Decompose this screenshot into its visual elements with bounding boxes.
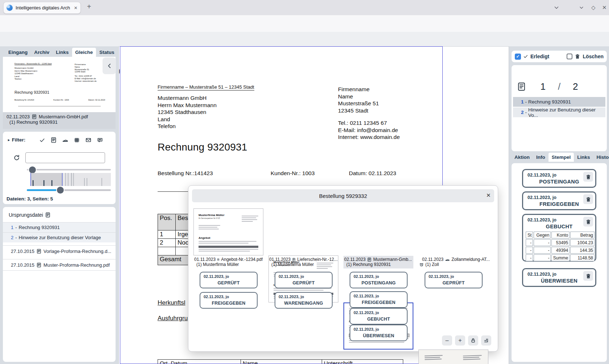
close-tab-icon[interactable]: ✕ <box>74 6 78 10</box>
preview-text-lines <box>199 248 258 253</box>
invoice-customer-no: Kunden-Nr.: 1003 <box>271 170 315 177</box>
stamp-chip[interactable]: 02.11.2023, jo FREIGEGEBEN <box>200 292 258 309</box>
stamp-chip[interactable]: 02.11.2023, jo ÜBERWIESEN <box>350 325 408 341</box>
tab-gleiche[interactable]: Gleiche <box>72 48 96 57</box>
doc-subtitle: (1) Musterfirma Müller <box>271 262 314 267</box>
doc-subtitle: (1) Musterfirma Müller <box>196 262 239 267</box>
window-close-icon[interactable]: ✕ <box>602 5 607 10</box>
filter-mail-icon[interactable] <box>85 137 92 143</box>
tab-stempel[interactable]: Stempel <box>548 153 574 162</box>
filter-grid-icon[interactable] <box>74 137 80 143</box>
stamp-freigegeben[interactable]: 02.11.2023, jo FREIGEGEBEN <box>522 191 596 210</box>
filter-document-icon[interactable] <box>50 137 57 143</box>
tab-historie[interactable]: Historie <box>593 153 609 162</box>
modal-zoom-in-button[interactable]: + <box>455 335 465 346</box>
document-icon <box>217 257 220 262</box>
slider-handle-left[interactable] <box>29 166 36 173</box>
dialog-close-icon[interactable]: ✕ <box>486 192 491 199</box>
filter-expand-arrow[interactable]: ► <box>7 138 11 142</box>
browser-tab[interactable]: Intelligentes digitales Arch ✕ <box>3 2 81 14</box>
stamp-label: POSTEINGANG <box>523 179 595 185</box>
window-minimize-icon[interactable] <box>579 5 584 10</box>
text-line <box>242 217 256 218</box>
range-slider-top[interactable] <box>27 169 111 170</box>
stamp-meta: 02.11.2023, jo <box>354 274 379 279</box>
invoice-export-label: Ausfuhrgru <box>158 315 188 322</box>
stamp-meta: 02.11.2023, jo <box>204 295 229 299</box>
modal-dock-button[interactable] <box>481 335 491 346</box>
tab-links[interactable]: Links <box>53 48 72 57</box>
stamp-label: GEPRÜFT <box>275 280 332 285</box>
stamp-chip[interactable]: 02.11.2023, jo GEBUCHT <box>350 308 408 325</box>
doc-name: Zollanmeldung-AT... <box>451 257 490 262</box>
separator: - <box>15 225 17 230</box>
delete-checkbox[interactable] <box>567 54 572 59</box>
tab-aktion[interactable]: Aktion <box>511 153 533 162</box>
text-line <box>463 357 479 358</box>
filter-refresh-icon[interactable] <box>13 154 20 161</box>
tab-archiv[interactable]: Archiv <box>31 48 53 57</box>
stamp-posteingang[interactable]: 02.11.2023, jo POSTEINGANG <box>522 169 596 188</box>
bestellung-dialog: Bestellung 5929332 ✕ Musterfirma Müller … <box>188 185 498 352</box>
doc-caption[interactable]: 01.11.2023 Angebot-Nr.-1234.pdf (1) Must… <box>193 256 263 268</box>
sig-cell: Name <box>241 360 322 364</box>
file-list-item-selected[interactable]: 02.11.2023 Mustermann-GmbH.pdf (1) Rechn… <box>3 112 116 129</box>
linked-doc-thumbnail[interactable] <box>418 350 488 364</box>
filter-comment-icon[interactable] <box>97 137 103 143</box>
preview-text-lines <box>199 240 256 245</box>
stamp-chip[interactable]: 02.11.2023, jo WARENEINGANG <box>275 292 333 309</box>
pager-current: 1 <box>540 81 545 92</box>
signature-table: Ort, Datum Name Unterschrift <box>158 359 403 364</box>
filter-scanner-icon[interactable] <box>62 137 68 143</box>
invoice-date: Datum: 02.11.2023 <box>349 170 396 177</box>
doc-caption[interactable]: 01.11.2023 Lieferschein-Nr.-12... (1) Mu… <box>268 256 338 268</box>
page-row-selected[interactable]: 1 - Rechnung 9320931 <box>513 97 605 107</box>
filter-check-icon[interactable] <box>39 137 45 143</box>
document-preview-thumbnail[interactable]: Firmenname – Musterstraße 51 – 12345 Sta… <box>3 57 116 112</box>
geb-cell: - <box>534 239 551 246</box>
tab-status[interactable]: Status <box>96 48 117 57</box>
origin-page-row-2[interactable]: 2 - Hinweise zur Benutzung dieser Vorlag… <box>3 232 116 242</box>
tab-eingang[interactable]: Eingang <box>5 48 31 57</box>
stamp-ueberwiesen[interactable]: 02.11.2023, jo ÜBERWIESEN <box>522 268 596 287</box>
slider-handle-right[interactable] <box>57 187 64 194</box>
geb-cell: - <box>526 239 533 246</box>
geb-cell: - <box>534 254 551 261</box>
done-checkbox[interactable]: ✓ <box>515 54 521 60</box>
geb-cell: 144.35 <box>570 247 595 254</box>
page-row[interactable]: 2 - Hinweise zur Benutzung dieser Vo... <box>513 107 605 117</box>
doc-caption-selected[interactable]: 02.11.2023 Mustermann-Gmb... (1) Rechnun… <box>343 256 413 268</box>
stamp-chip[interactable]: 02.11.2023, jo GEPRÜFT <box>275 272 333 288</box>
preview-sender: FirmennameName Musterstraße 5112345 Stad… <box>75 63 97 82</box>
filter-text-input[interactable] <box>25 152 105 163</box>
doc-name: Lieferschein-Nr.-12... <box>297 257 338 262</box>
tab-links[interactable]: Links <box>574 153 593 162</box>
preview-recipient: Mustermann GmbHHerrn Max Mustermann 1234… <box>14 67 37 81</box>
modal-lock-button[interactable] <box>468 335 478 346</box>
file-name: Muster-Proforma-Rechnung.pdf <box>43 262 110 268</box>
dialog-header[interactable]: Bestellung 5929332 <box>192 189 494 202</box>
tab-info[interactable]: Info <box>533 153 548 162</box>
doc-caption[interactable]: 02.11.2023 Zollanmeldung-AT... (1) Zoll <box>418 256 491 268</box>
stamp-label: POSTEINGANG <box>350 280 407 285</box>
stamp-chip[interactable]: 02.11.2023, jo GEPRÜFT <box>425 272 483 288</box>
stamp-gebucht[interactable]: 02.11.2023, jo GEBUCHT St Gegen Konto Be… <box>522 214 596 262</box>
tab-list-chevron-icon[interactable] <box>554 5 559 10</box>
geb-cell: - <box>526 247 533 254</box>
origin-file-row-1[interactable]: 27.10.2015 Vorlage-Proforma-Rechnung.d..… <box>3 245 116 257</box>
stamp-chip[interactable]: 02.11.2023, jo FREIGEGEBEN <box>350 291 408 308</box>
modal-zoom-out-button[interactable]: – <box>442 335 452 346</box>
geb-cell: - <box>534 247 551 254</box>
window-maximize-icon[interactable]: ◇ <box>591 5 596 10</box>
origin-file-row-2[interactable]: 27.10.2015 Muster-Proforma-Rechnung.pdf <box>3 259 116 271</box>
stamp-chip[interactable]: 02.11.2023, jo POSTEINGANG <box>350 272 408 288</box>
document-icon <box>36 249 42 254</box>
invoice-title: Rechnung 9320931 <box>158 141 247 153</box>
stamp-chip[interactable]: 02.11.2023, jo GEPRÜFT <box>200 272 258 288</box>
preview-text-lines <box>425 354 443 361</box>
new-tab-button[interactable]: + <box>87 3 91 10</box>
linked-doc-thumbnail[interactable]: Musterfirma Müller Ihr Servicepartner fü… <box>193 208 263 255</box>
collapse-panel-button[interactable] <box>103 58 116 74</box>
origin-page-row-1[interactable]: 1 - Rechnung 9320931 <box>3 222 116 232</box>
stamp-label: FREIGEGEBEN <box>350 300 407 305</box>
